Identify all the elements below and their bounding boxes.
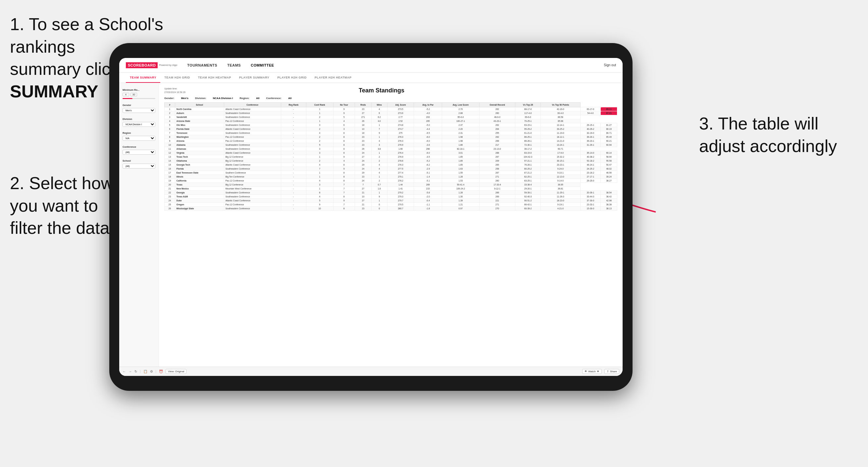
cell-value: 23 bbox=[355, 143, 372, 147]
table-row[interactable]: 20TexasBig 12 Conference-3770.71.4426959… bbox=[164, 183, 617, 187]
sign-out-button[interactable]: Sign out bbox=[604, 63, 616, 67]
cell-value: 277.5 bbox=[387, 167, 414, 171]
table-row[interactable]: 4Arizona StatePac-12 Conference-14264.02… bbox=[164, 119, 617, 123]
toolbar-copy-icon[interactable]: 📋 bbox=[144, 370, 147, 373]
table-row[interactable]: 9ArizonaPac-12 Conference-28234276.3-6.0… bbox=[164, 139, 617, 143]
cell-value: 70-25-1 bbox=[515, 119, 541, 123]
cell-value: 3 bbox=[333, 127, 355, 131]
region-select[interactable]: N/A bbox=[123, 136, 155, 141]
table-row[interactable]: 7TennesseeSoutheastern Conference-481892… bbox=[164, 131, 617, 135]
toolbar-back-icon[interactable]: ← bbox=[123, 370, 126, 373]
min-rounds-min[interactable]: 4 bbox=[123, 93, 129, 96]
cell-value: -3.6 bbox=[414, 143, 442, 147]
division-select[interactable]: NCAA Division I bbox=[123, 122, 155, 127]
cell-value: 33-38-4 bbox=[515, 183, 541, 187]
share-button[interactable]: ⇧ Share bbox=[604, 369, 619, 374]
table-row[interactable]: 8WashingtonPac-12 Conference-28231276.3-… bbox=[164, 135, 617, 139]
table-row[interactable]: 2AuburnSoutheastern Conference-19276273.… bbox=[164, 111, 617, 115]
cell-value: 24 bbox=[164, 199, 175, 203]
cell-value: 15-30-0 bbox=[580, 207, 601, 211]
cell-value: 4 bbox=[371, 107, 387, 111]
cell-value: 17-9-0 bbox=[541, 151, 580, 155]
cell-value: 6 bbox=[164, 127, 175, 131]
cell-value: 8 bbox=[333, 147, 355, 151]
tab-player-summary[interactable]: PLAYER SUMMARY bbox=[235, 73, 273, 83]
table-row[interactable]: 19CaliforniaPac-12 Conference-48242278.2… bbox=[164, 179, 617, 183]
cell-value: 7 bbox=[333, 183, 355, 187]
tab-team-h2h-grid[interactable]: TEAM H2H GRID bbox=[160, 73, 194, 83]
tab-team-h2h-heatmap[interactable]: TEAM H2H HEATMAP bbox=[194, 73, 235, 83]
cell-value: 269 bbox=[479, 195, 515, 199]
cell-value: 2 bbox=[164, 111, 175, 115]
cell-value: 2 bbox=[371, 179, 387, 183]
tab-team-summary[interactable]: TEAM SUMMARY bbox=[126, 73, 160, 83]
table-row[interactable]: 24DukeAtlantic Coast Conference-59271279… bbox=[164, 199, 617, 203]
conference-select[interactable]: (All) bbox=[123, 150, 155, 155]
toolbar-clock-icon[interactable]: ⏰ bbox=[159, 370, 163, 373]
cell-school: Auburn bbox=[175, 111, 224, 115]
cell-value: 65.49 bbox=[601, 135, 617, 139]
cell-value: 4 bbox=[371, 167, 387, 171]
tab-player-h2h-heatmap[interactable]: PLAYER H2H HEATMAP bbox=[311, 73, 356, 83]
table-row[interactable]: 18IllinoisBig Ten Conference-18231279.1-… bbox=[164, 175, 617, 179]
table-row[interactable]: 11ArkansasSoutheastern Conference-38263.… bbox=[164, 147, 617, 151]
nav-teams[interactable]: TEAMS bbox=[227, 63, 241, 67]
toolbar-forward-icon[interactable]: → bbox=[128, 370, 132, 373]
cell-school: Texas A&M bbox=[175, 195, 224, 199]
col-avg-low: Avg. Low Score bbox=[442, 103, 479, 107]
table-row[interactable]: 15Georgia TechAtlantic Coast Conference-… bbox=[164, 163, 617, 167]
cell-value: 24-25-2 bbox=[580, 167, 601, 171]
table-row[interactable]: 10AlabamaSoutheastern Conference-5823327… bbox=[164, 143, 617, 147]
watch-button[interactable]: 👁 Watch ▼ bbox=[582, 369, 601, 374]
cell-value: 12-13-0 bbox=[541, 175, 580, 179]
table-row[interactable]: 25OregonPac-12 Conference-97210279.5-1.1… bbox=[164, 203, 617, 207]
cell-value: 5 bbox=[333, 115, 355, 119]
cell-value: 43-23-1 bbox=[479, 119, 515, 123]
cell-value: - bbox=[281, 179, 306, 183]
cell-value: 9-19-1 bbox=[541, 203, 580, 207]
nav-committee[interactable]: COMMITTEE bbox=[251, 63, 274, 67]
cell-value: 13-24-1 bbox=[541, 143, 580, 147]
table-row[interactable]: 17East Tennessee StateSouthern Conferenc… bbox=[164, 171, 617, 175]
cell-value: - bbox=[281, 199, 306, 203]
cell-value: -6.0 bbox=[414, 151, 442, 155]
cell-value: -5.1 bbox=[414, 179, 442, 183]
view-original-button[interactable]: View: Original bbox=[165, 369, 186, 374]
cell-value: 55.58 bbox=[601, 159, 617, 163]
table-row[interactable]: 22GeorgiaSoutheastern Conference-8721127… bbox=[164, 191, 617, 195]
cell-conference: Atlantic Coast Conference bbox=[224, 163, 281, 167]
table-row[interactable]: 21New MexicoMountain West Conference-172… bbox=[164, 187, 617, 191]
toolbar-settings-icon[interactable]: ⚙ bbox=[150, 370, 153, 373]
toolbar-refresh-icon[interactable]: ↻ bbox=[134, 370, 137, 373]
min-rounds-max[interactable]: 30 bbox=[130, 93, 137, 96]
table-row[interactable]: 1North CarolinaAtlantic Coast Conference… bbox=[164, 107, 617, 111]
table-row[interactable]: 26Mississippi StateSoutheastern Conferen… bbox=[164, 207, 617, 211]
cell-value: 9 bbox=[164, 139, 175, 143]
cell-value: 10 bbox=[355, 127, 372, 131]
table-row[interactable]: 23Texas A&MSoutheastern Conference-48109… bbox=[164, 195, 617, 199]
table-area: Update time: 27/03/2024 16:56:26 Team St… bbox=[159, 83, 623, 367]
cell-value: 7 bbox=[371, 127, 387, 131]
cell-value: 12-14-1 bbox=[541, 123, 580, 127]
cell-value: 276.9 bbox=[387, 143, 414, 147]
cell-value: 21 bbox=[164, 187, 175, 191]
table-row[interactable]: 12VirginiaAtlantic Coast Conference-3824… bbox=[164, 151, 617, 155]
table-row[interactable]: 5Ole MissSoutheastern Conference-3618127… bbox=[164, 123, 617, 127]
table-row[interactable]: 16FloridaSoutheastern Conference-7924427… bbox=[164, 167, 617, 171]
main-content: Minimum Ro... 4 30 Gender Men's Division bbox=[119, 83, 623, 367]
table-row[interactable]: 14OklahomaBig 12 Conference-24242278.6-5… bbox=[164, 159, 617, 163]
cell-value: 203 bbox=[414, 115, 442, 119]
cell-school: Duke bbox=[175, 199, 224, 203]
cell-value: 11 bbox=[164, 147, 175, 151]
nav-tournaments[interactable]: TOURNAMENTS bbox=[187, 63, 217, 67]
table-row[interactable]: 6Florida StateAtlantic Coast Conference-… bbox=[164, 127, 617, 131]
gender-select[interactable]: Men's bbox=[123, 108, 155, 113]
cell-value: 80-25-2 bbox=[515, 167, 541, 171]
tab-player-h2h-grid[interactable]: PLAYER H2H GRID bbox=[273, 73, 311, 83]
cell-value: 8 bbox=[333, 171, 355, 175]
table-row[interactable]: 3VanderbiltSoutheastern Conference-25271… bbox=[164, 115, 617, 119]
table-row[interactable]: 13Texas TechBig 12 Conference-19272276.9… bbox=[164, 155, 617, 159]
cell-value: 1 bbox=[371, 151, 387, 155]
school-select[interactable]: (All) bbox=[123, 164, 155, 168]
cell-conference: Pac-12 Conference bbox=[224, 179, 281, 183]
